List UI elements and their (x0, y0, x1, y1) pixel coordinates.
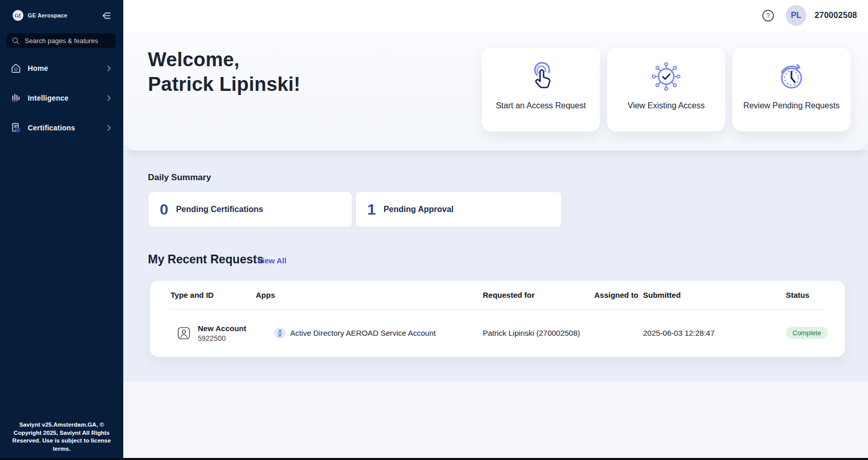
svg-text:GE: GE (14, 13, 21, 18)
search-input[interactable] (25, 37, 115, 45)
welcome-heading: Welcome, Patrick Lipinski! (148, 47, 300, 97)
welcome-line1: Welcome, (148, 49, 239, 70)
sidebar-item-intelligence[interactable]: Intelligence (0, 83, 123, 113)
pending-certifications-card[interactable]: 0 Pending Certifications (148, 191, 352, 227)
column-header-apps: Apps (256, 291, 483, 299)
ge-logo-icon: GE (12, 10, 24, 21)
chevron-right-icon (105, 94, 113, 102)
sidebar-item-label: Intelligence (28, 94, 68, 102)
daily-summary-stats: 0 Pending Certifications 1 Pending Appro… (148, 191, 562, 227)
clock-arrow-icon (772, 57, 811, 96)
app-badge-icon (274, 328, 286, 339)
chevron-right-icon (105, 124, 113, 132)
cell-apps: Active Directory AEROAD Service Account (256, 328, 483, 339)
welcome-line2: Patrick Lipinski! (148, 73, 300, 95)
help-icon[interactable]: ? (761, 9, 775, 23)
sidebar-item-label: Home (28, 64, 48, 72)
cell-submitted: 2025-06-03 12:28:47 (643, 329, 786, 337)
user-id: 270002508 (815, 11, 857, 20)
intelligence-icon (10, 92, 22, 104)
sidebar-nav: Home Intelligence Certifications (0, 53, 123, 143)
stat-label: Pending Approval (384, 205, 454, 214)
view-existing-access-card[interactable]: View Existing Access (607, 48, 725, 131)
pending-approval-card[interactable]: 1 Pending Approval (355, 191, 562, 227)
avatar[interactable]: PL (786, 5, 806, 26)
sidebar-footer-text: Saviynt v25.Amsterdam.GA, © Copyright 20… (0, 421, 123, 453)
column-header-submitted: Submitted (643, 291, 786, 299)
cell-requested-for: Patrick Lipinski (270002508) (483, 329, 594, 337)
account-person-icon (177, 326, 191, 340)
svg-text:?: ? (766, 12, 770, 20)
sidebar-collapse-button[interactable] (101, 10, 112, 21)
review-pending-requests-card[interactable]: Review Pending Requests (732, 48, 851, 131)
sidebar-item-label: Certifications (28, 124, 75, 132)
table-row[interactable]: New Account 5922500 Active Directory AER… (171, 310, 824, 356)
sidebar-item-certifications[interactable]: Certifications (0, 113, 123, 143)
table-header-row: Type and ID Apps Requested for Assigned … (171, 281, 824, 310)
network-check-icon (647, 57, 686, 96)
cell-type-and-id: New Account 5922500 (171, 324, 256, 342)
topbar: ? PL 270002508 (123, 0, 868, 32)
start-access-request-card[interactable]: Start an Access Request (482, 48, 600, 131)
hero-panel: Welcome, Patrick Lipinski! Start an Acce… (123, 32, 868, 150)
cell-status: Complete (786, 327, 824, 339)
column-header-requested-for: Requested for (483, 291, 594, 299)
view-all-link[interactable]: View All (257, 256, 287, 265)
card-label: Start an Access Request (496, 101, 586, 110)
column-header-status: Status (786, 291, 824, 299)
brand-name: GE Aerospace (28, 12, 67, 18)
column-header-type-and-id: Type and ID (171, 291, 256, 299)
search-icon (12, 37, 20, 45)
sidebar-item-home[interactable]: Home (0, 53, 123, 83)
daily-summary-title: Daily Summary (148, 172, 211, 183)
chevron-right-icon (105, 64, 113, 72)
sidebar-search (7, 33, 116, 48)
stat-label: Pending Certifications (176, 205, 263, 214)
recent-requests-title: My Recent Requests (148, 253, 263, 266)
recent-requests-table: Type and ID Apps Requested for Assigned … (150, 281, 845, 357)
certifications-icon (10, 122, 22, 133)
brand-row: GE GE Aerospace (0, 7, 123, 24)
home-icon (10, 63, 22, 74)
tap-hand-icon (521, 57, 560, 96)
status-badge: Complete (786, 327, 828, 339)
sidebar: GE GE Aerospace Home Intelligence (0, 0, 123, 460)
stat-value: 1 (367, 201, 376, 218)
request-type: New Account (198, 324, 246, 333)
type-and-id-text: New Account 5922500 (198, 324, 246, 342)
quick-action-cards: Start an Access Request View Existing Ac… (482, 48, 851, 131)
request-id: 5922500 (198, 334, 246, 342)
app-name: Active Directory AEROAD Service Account (290, 329, 436, 337)
stat-value: 0 (160, 201, 168, 218)
window-bottom-edge (0, 458, 868, 460)
card-label: Review Pending Requests (743, 101, 840, 110)
column-header-assigned-to: Assigned to (594, 291, 643, 299)
card-label: View Existing Access (628, 101, 705, 110)
